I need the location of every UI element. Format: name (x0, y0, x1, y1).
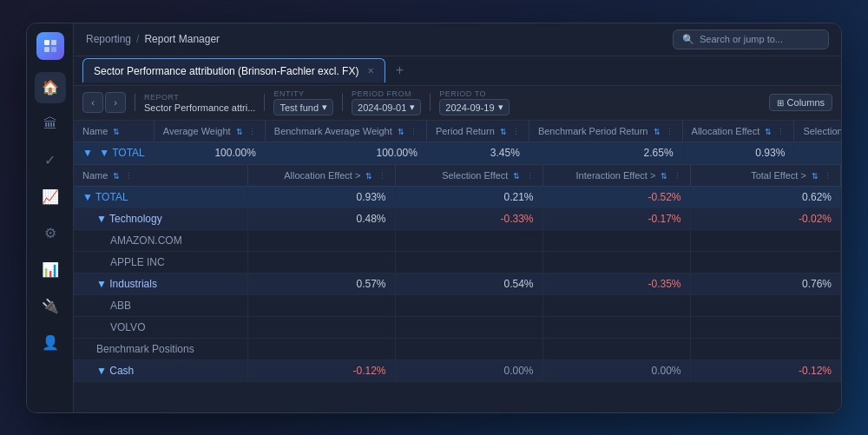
svg-rect-2 (44, 47, 49, 52)
name-sort-icon[interactable]: ⇅ (113, 128, 120, 136)
outer-total-period-return: 3.45% (426, 142, 529, 163)
breadcrumb-current: Report Manager (144, 33, 220, 45)
toolbar-divider-4 (430, 94, 431, 111)
toolbar-divider-2 (264, 94, 265, 111)
outer-table: Name ⇅ Average Weight ⇅ ⋮ Benchmark Aver… (74, 121, 841, 164)
tab-report[interactable]: Sector Performance attribution (Brinson-… (82, 58, 385, 82)
table-row: AMAZON.COM (74, 229, 841, 251)
row-name-cell: ▼ TOTAL (74, 186, 247, 208)
row-selection_effect-cell (395, 229, 542, 251)
inner-alloc-menu-icon[interactable]: ⋮ (378, 172, 386, 181)
inner-interaction-menu-icon[interactable]: ⋮ (674, 172, 681, 181)
row-total_effect-cell (690, 294, 841, 316)
tab-bar: Sector Performance attribution (Brinson-… (74, 56, 841, 86)
table-row: ▼ Technology0.48%-0.33%-0.17%-0.02% (74, 208, 841, 229)
row-total_effect-cell: 0.76% (690, 273, 841, 294)
nav-prev-button[interactable]: ‹ (82, 92, 103, 113)
inner-selection-sort-icon[interactable]: ⇅ (513, 172, 520, 181)
inner-name-sort-icon[interactable]: ⇅ (113, 172, 120, 181)
inner-col-interaction-header: Interaction Effect > ⇅ ⋮ (542, 165, 690, 187)
inner-alloc-sort-icon[interactable]: ⇅ (365, 172, 372, 181)
row-expand-icon[interactable]: ▼ (96, 278, 109, 290)
row-expand-icon[interactable]: ▼ (96, 365, 109, 377)
entity-field: ENTITY Test fund ▾ (273, 89, 333, 115)
bench-period-menu-icon[interactable]: ⋮ (666, 128, 674, 136)
sidebar-item-bank[interactable]: 🏛 (35, 109, 66, 140)
period-to-chevron-icon: ▾ (498, 102, 503, 113)
avg-weight-menu-icon[interactable]: ⋮ (248, 128, 256, 136)
row-allocation_effect-cell: 0.48% (247, 208, 395, 229)
outer-total-avg-weight: 100.00% (154, 142, 265, 163)
inner-interaction-sort-icon[interactable]: ⇅ (661, 172, 667, 181)
row-total_effect-cell (690, 251, 841, 273)
row-name-cell: VOLVO (74, 316, 247, 338)
col-bench-period-label: Benchmark Period Return (538, 126, 648, 136)
inner-name-menu-icon[interactable]: ⋮ (125, 172, 133, 181)
table-container[interactable]: Name ⇅ Average Weight ⇅ ⋮ Benchmark Aver… (74, 121, 841, 412)
bench-period-sort-icon[interactable]: ⇅ (654, 128, 661, 136)
outer-total-selection (794, 142, 841, 163)
sidebar: 🏠 🏛 ✓ 📈 ⚙ 📊 🔌 👤 (27, 23, 74, 412)
row-interaction_effect-cell (542, 229, 690, 251)
inner-total-menu-icon[interactable]: ⋮ (824, 172, 832, 181)
row-total_effect-cell (690, 338, 841, 359)
row-interaction_effect-cell: 0.00% (542, 359, 690, 381)
table-row: APPLE INC (74, 251, 841, 273)
alloc-effect-menu-icon[interactable]: ⋮ (777, 128, 785, 136)
inner-total-sort-icon[interactable]: ⇅ (812, 172, 819, 181)
sidebar-item-chart[interactable]: 📈 (35, 181, 66, 213)
row-interaction_effect-cell (542, 294, 690, 316)
sidebar-item-user[interactable]: 👤 (35, 327, 66, 359)
row-selection_effect-cell (395, 294, 542, 316)
bench-avg-sort-icon[interactable]: ⇅ (398, 128, 404, 136)
nav-next-button[interactable]: › (105, 92, 126, 113)
sidebar-item-plugin[interactable]: 🔌 (35, 291, 66, 322)
sidebar-item-check[interactable]: ✓ (35, 145, 66, 176)
col-name-header: Name ⇅ (74, 121, 154, 142)
sidebar-item-home[interactable]: 🏠 (35, 72, 66, 103)
avg-weight-sort-icon[interactable]: ⇅ (236, 128, 243, 136)
period-return-menu-icon[interactable]: ⋮ (512, 128, 520, 136)
inner-table-body: ▼ TOTAL0.93%0.21%-0.52%0.62%▼ Technology… (74, 186, 841, 381)
outer-total-expand-icon[interactable]: ▼ (82, 147, 93, 159)
entity-label: ENTITY (273, 89, 333, 98)
col-bench-avg-header: Benchmark Average Weight ⇅ ⋮ (265, 121, 426, 142)
columns-button[interactable]: ⊞ Columns (769, 94, 832, 111)
row-expand-icon[interactable]: ▼ (96, 213, 109, 225)
row-total_effect-cell: 0.62% (690, 186, 841, 208)
entity-dropdown[interactable]: Test fund ▾ (273, 99, 333, 115)
inner-selection-menu-icon[interactable]: ⋮ (526, 172, 534, 181)
entity-value: Test fund (279, 102, 319, 113)
col-alloc-effect-label: Allocation Effect (692, 126, 760, 136)
col-avg-weight-label: Average Weight (163, 126, 231, 136)
row-name-cell: AMAZON.COM (74, 229, 247, 251)
outer-total-bench-avg: 100.00% (265, 142, 426, 163)
sidebar-item-report[interactable]: 📊 (35, 254, 66, 286)
toolbar: ‹ › REPORT Sector Performance attri... E… (74, 86, 841, 121)
tab-label: Sector Performance attribution (Brinson-… (94, 65, 358, 77)
alloc-effect-sort-icon[interactable]: ⇅ (765, 128, 772, 136)
row-selection_effect-cell (395, 316, 542, 338)
period-to-dropdown[interactable]: 2024-09-19 ▾ (439, 99, 509, 115)
row-expand-icon[interactable]: ▼ (82, 191, 95, 203)
row-name-cell: ▼ Industrials (74, 273, 247, 294)
add-tab-button[interactable]: + (389, 60, 410, 81)
breadcrumb-parent[interactable]: Reporting (86, 33, 131, 45)
sidebar-item-settings[interactable]: ⚙ (35, 218, 66, 249)
table-row: ABB (74, 294, 841, 316)
entity-chevron-icon: ▾ (322, 102, 327, 113)
inner-table: Name ⇅ ⋮ Allocation Effect > ⇅ ⋮ Selecti… (74, 165, 841, 382)
tab-close-icon[interactable]: ✕ (367, 66, 374, 76)
row-total_effect-cell (690, 316, 841, 338)
svg-rect-3 (51, 47, 56, 52)
row-name-cell: APPLE INC (74, 251, 247, 273)
svg-rect-1 (51, 40, 56, 45)
row-selection_effect-cell (395, 251, 542, 273)
row-selection_effect-cell: 0.54% (395, 273, 542, 294)
main-content: Reporting / Report Manager 🔍 Search or j… (74, 23, 841, 412)
search-bar[interactable]: 🔍 Search or jump to... (673, 30, 829, 49)
toolbar-divider-3 (342, 94, 343, 111)
bench-avg-menu-icon[interactable]: ⋮ (410, 128, 418, 136)
period-return-sort-icon[interactable]: ⇅ (500, 128, 507, 136)
period-from-dropdown[interactable]: 2024-09-01 ▾ (352, 99, 421, 115)
